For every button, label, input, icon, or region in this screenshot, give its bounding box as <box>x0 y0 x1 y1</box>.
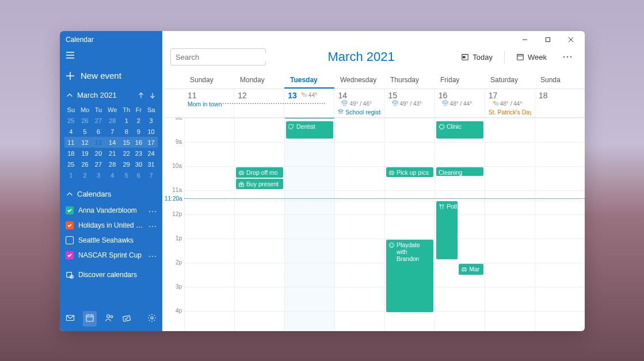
checkbox[interactable] <box>66 251 74 259</box>
date-cell[interactable]: 18 <box>535 89 585 117</box>
mini-day[interactable]: 30 <box>133 159 145 170</box>
search-input[interactable] <box>176 53 272 62</box>
calendar-item[interactable]: Holidays in United States <box>62 218 160 233</box>
ellipsis-icon[interactable] <box>148 206 157 214</box>
mini-day[interactable]: 16 <box>133 137 145 148</box>
day-header[interactable]: Friday <box>435 71 485 89</box>
mini-day[interactable]: 21 <box>104 148 120 159</box>
maximize-button[interactable] <box>538 32 558 48</box>
day-column[interactable] <box>184 118 234 331</box>
mini-day[interactable]: 6 <box>92 126 104 137</box>
day-column[interactable]: ClinicCleaningPotlMar <box>435 118 485 331</box>
calendar-item[interactable]: NASCAR Sprint Cup <box>62 248 160 263</box>
chevron-up-icon[interactable] <box>66 91 74 99</box>
mini-day[interactable]: 26 <box>78 115 93 126</box>
calendar-event[interactable]: Cleaning <box>436 167 483 176</box>
day-column[interactable] <box>485 118 535 331</box>
day-header[interactable]: Wednesday <box>334 71 384 89</box>
day-column[interactable]: Dentist <box>284 118 334 331</box>
mini-day[interactable]: 8 <box>120 126 133 137</box>
mini-day[interactable]: 9 <box>133 126 145 137</box>
mini-day[interactable]: 28 <box>104 159 120 170</box>
mini-day[interactable]: 26 <box>78 159 93 170</box>
day-column[interactable] <box>535 118 585 331</box>
mini-day[interactable]: 14 <box>104 137 120 148</box>
more-options-button[interactable] <box>558 52 577 62</box>
calendar-event[interactable]: Dentist <box>286 121 333 139</box>
mini-day[interactable]: 22 <box>120 148 133 159</box>
mini-day[interactable]: 28 <box>104 115 120 126</box>
mini-day[interactable]: 5 <box>78 126 93 137</box>
day-header[interactable]: Monday <box>234 71 284 89</box>
calendar-event[interactable]: Pick up pics <box>386 167 433 177</box>
mini-day[interactable]: 1 <box>120 115 133 126</box>
mini-day[interactable]: 24 <box>144 148 158 159</box>
mini-day[interactable]: 17 <box>144 137 158 148</box>
mini-day[interactable]: 29 <box>120 159 133 170</box>
mini-day[interactable]: 6 <box>133 170 145 180</box>
date-cell[interactable]: 17 48° / 44°St. Patrick's Day <box>485 89 535 117</box>
calendar-event[interactable]: Buy present <box>236 179 283 189</box>
mini-day[interactable]: 12 <box>78 137 93 148</box>
ellipsis-icon[interactable] <box>148 221 157 229</box>
week-view-button[interactable]: Week <box>512 49 551 65</box>
allday-event[interactable]: Mom in town <box>188 101 230 107</box>
date-cell[interactable]: 15 49° / 43° <box>384 89 435 117</box>
calendar-event[interactable]: Potl <box>436 201 458 259</box>
date-cell[interactable]: 12 <box>234 89 284 117</box>
mini-day[interactable]: 18 <box>64 148 78 159</box>
mini-day[interactable]: 11 <box>64 137 78 148</box>
day-header[interactable]: Tuesday <box>284 71 334 89</box>
discover-calendars-button[interactable]: Discover calendars <box>60 266 162 283</box>
mini-day[interactable]: 7 <box>104 126 120 137</box>
day-header[interactable]: Thursday <box>384 71 435 89</box>
calendars-section-header[interactable]: Calendars <box>60 186 162 202</box>
today-button[interactable]: Today <box>456 49 497 65</box>
allday-event[interactable]: School registrati <box>338 109 380 116</box>
mini-day[interactable]: 7 <box>144 170 158 180</box>
mini-day[interactable]: 5 <box>120 170 133 180</box>
mini-day[interactable]: 10 <box>144 126 158 137</box>
check-icon[interactable] <box>122 313 131 324</box>
calendar-icon[interactable] <box>83 311 97 327</box>
ellipsis-icon[interactable] <box>148 251 157 259</box>
calendar-event[interactable]: Clinic <box>436 121 483 139</box>
calendar-item[interactable]: Anna Vanderbloom <box>62 203 160 218</box>
mini-day[interactable]: 25 <box>64 159 78 170</box>
checkbox[interactable] <box>66 206 74 214</box>
date-cell[interactable]: 14 49° / 46° School registrati <box>334 89 384 117</box>
checkbox[interactable] <box>66 236 74 244</box>
mini-day[interactable]: 1 <box>64 170 78 180</box>
mini-day[interactable]: 20 <box>92 148 104 159</box>
week-grid[interactable]: 8a9a10a11a12p1p2p3p4pDrop off moBuy pres… <box>162 118 585 331</box>
day-header[interactable]: Saturday <box>485 71 535 89</box>
day-column[interactable]: Pick up picsPlaydate with Brandon <box>384 118 435 331</box>
mini-day[interactable]: 23 <box>133 148 145 159</box>
minimize-button[interactable] <box>515 32 535 48</box>
mini-day[interactable]: 2 <box>78 170 93 180</box>
day-column[interactable] <box>334 118 384 331</box>
mini-day[interactable]: 4 <box>64 126 78 137</box>
mini-day[interactable]: 15 <box>120 137 133 148</box>
mini-day[interactable]: 19 <box>78 148 93 159</box>
date-cell[interactable]: 16 48° / 44° <box>435 89 485 117</box>
mini-day[interactable]: 25 <box>64 115 78 126</box>
people-icon[interactable] <box>105 313 114 324</box>
day-header[interactable]: Sunda <box>535 71 585 89</box>
calendar-item[interactable]: Seattle Seahawks <box>62 233 160 248</box>
mini-day[interactable]: 3 <box>144 115 158 126</box>
checkbox[interactable] <box>66 221 74 229</box>
day-header[interactable]: Sunday <box>184 71 234 89</box>
arrow-down-icon[interactable] <box>148 91 157 99</box>
calendar-event[interactable]: Playdate with Brandon <box>386 240 433 312</box>
day-column[interactable]: Drop off moBuy present <box>234 118 284 331</box>
mini-calendar[interactable]: SuMoTuWeThFrSa25262728123456789101112131… <box>60 102 162 186</box>
close-button[interactable] <box>561 32 581 48</box>
mini-day[interactable]: 3 <box>92 170 104 180</box>
mini-day[interactable]: 27 <box>92 159 104 170</box>
mini-day[interactable]: 27 <box>92 115 104 126</box>
calendar-event[interactable]: Mar <box>459 264 483 275</box>
date-cell[interactable]: 11Mom in town <box>184 89 234 117</box>
arrow-up-icon[interactable] <box>137 91 145 99</box>
hamburger-icon[interactable] <box>60 48 162 67</box>
